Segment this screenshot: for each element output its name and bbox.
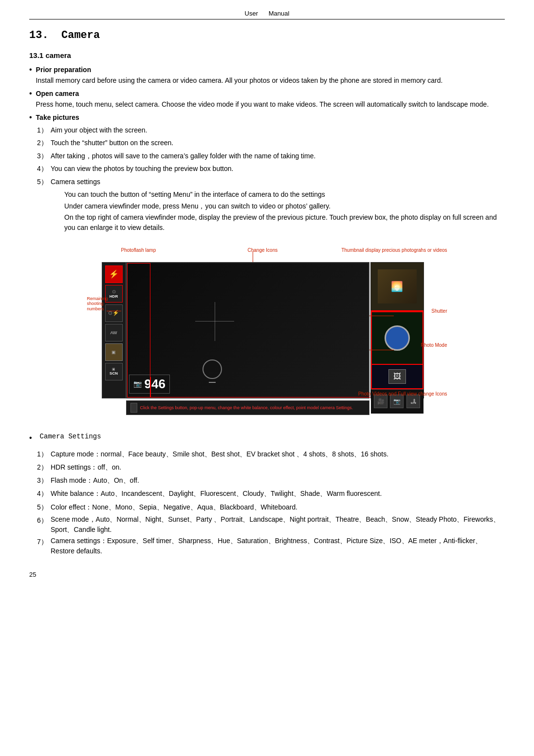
settings-item-2: 2） HDR settings：off、on. <box>37 461 505 473</box>
camera-diagram: Photoflash lamp Change Icons Thumbnail d… <box>82 247 452 423</box>
settings-item-5: 5） Color effect：None、Mono、Sepia、Negative… <box>37 501 505 513</box>
annotation-photoflash: Photoflash lamp <box>121 247 156 253</box>
bullet-open-camera: • Open camera Press home, touch menu, se… <box>29 88 505 110</box>
page-number: 25 <box>29 571 505 578</box>
scn-icon: ▣ SCN <box>105 363 123 380</box>
left-icons-panel: ⚡ ⊙ HDR ⊙⚡ AW ▣ ▣ SCN <box>102 262 126 398</box>
photo-mode-arrow <box>369 350 394 350</box>
bottom-bar-annotation: Click the Settings button, pop-up menu, … <box>140 405 353 410</box>
bottom-bar-area: Click the Settings button, pop-up menu, … <box>126 400 369 415</box>
remaining-arrow-line <box>107 311 121 311</box>
bullet-prior-prep: • Prior preparation Install memory card … <box>29 64 505 86</box>
camera-settings-section: • Camera Settings 1） Capture mode：normal… <box>29 433 505 556</box>
photo-mode-icon: 🖼 <box>393 372 401 381</box>
annotation-photo-mode: Photo Mode <box>421 342 447 348</box>
chapter-title: 13. Camera <box>29 29 505 41</box>
annotation-shutter: Shutter <box>431 308 447 314</box>
photo-mode-area: 🖼 <box>371 365 424 389</box>
step-3: 3） After taking，photos will save to the … <box>37 151 505 161</box>
bullet-dot-2: • <box>29 88 32 99</box>
open-camera-body: Press home, touch menu, select camera. C… <box>36 100 489 108</box>
bullet-take-pictures: • Take pictures <box>29 112 505 123</box>
take-pictures-label: Take pictures <box>36 113 79 121</box>
settings-item-7: 7） Camera settings：Exposure、Self timer、S… <box>37 536 505 556</box>
settings-item-6: 6） Scene mode，Auto、Normal、Night、Sunset、P… <box>37 514 505 535</box>
prior-prep-body: Install memory card before using the cam… <box>36 76 443 84</box>
step-4: 4） You can view the photos by touching t… <box>37 163 505 174</box>
settings-item-1: 1） Capture mode：normal、Face beauty、Smile… <box>37 448 505 460</box>
prior-prep-label: Prior preparation <box>36 66 92 74</box>
red-box-bottom <box>150 377 372 397</box>
indent-line-1: You can touch the button of “setting Men… <box>64 189 505 201</box>
bullet-camera-settings: • Camera Settings <box>29 433 505 443</box>
bullet-dot-3: • <box>29 112 32 123</box>
shutter-arrow-line <box>369 316 394 316</box>
step-5: 5） Camera settings <box>37 176 505 187</box>
page-header: User Manual <box>29 10 505 19</box>
settings-btn <box>130 403 137 413</box>
preview-icon: ▣ <box>105 343 123 361</box>
settings-item-4: 4） White balance：Auto、Incandescent、Dayli… <box>37 488 505 500</box>
open-camera-label: Open camera <box>36 90 79 97</box>
auto-wb-icon: AW <box>105 324 123 341</box>
section-13-1: 13.1 camera • Prior preparation Install … <box>29 51 505 233</box>
camera-settings-items: 1） Capture mode：normal、Face beauty、Smile… <box>37 448 505 556</box>
numbered-steps: 1） Aim your object with the screen. 2） T… <box>37 125 505 233</box>
section-title: 13.1 camera <box>29 51 505 59</box>
camera-settings-indent: You can touch the button of “setting Men… <box>64 189 505 233</box>
right-panel: 🌅 🖼 🎥 📷 🏞 <box>370 262 424 398</box>
header-manual: Manual <box>269 10 290 17</box>
shutter-button <box>385 325 410 351</box>
flash-off-icon: ⊙⚡ <box>105 304 123 322</box>
step-1: 1） Aim your object with the screen. <box>37 125 505 135</box>
annotation-thumbnail: Thumbnail display precious photograhs or… <box>341 247 447 253</box>
red-box-left <box>127 263 150 397</box>
photoflash-icon: ⚡ <box>105 265 123 283</box>
settings-item-3: 3） Flash mode：Auto、On、off. <box>37 474 505 487</box>
step-2: 2） Touch the “shutter” button on the scr… <box>37 137 505 148</box>
shutter-area <box>371 311 424 365</box>
annotation-photo-videos: Photo Videos and Full view change Icons <box>358 391 447 397</box>
header-user: User <box>245 10 258 17</box>
crosshair-h <box>195 321 234 321</box>
annotation-remaining: Remaining shooting numbers <box>87 296 106 312</box>
crosshair-v <box>215 302 215 341</box>
thumbnail-top: 🌅 <box>371 263 424 311</box>
bullet-dot: • <box>29 64 32 75</box>
camera-settings-header: Camera Settings <box>40 433 101 440</box>
shutter-outline <box>203 359 222 379</box>
indent-line-2: Under camera viewfinder mode, press Menu… <box>64 201 505 212</box>
camera-screen: 📷 946 <box>126 262 369 398</box>
indent-line-3: On the top right of camera viewfinder mo… <box>64 212 505 233</box>
change-icons-arrow <box>253 251 253 262</box>
